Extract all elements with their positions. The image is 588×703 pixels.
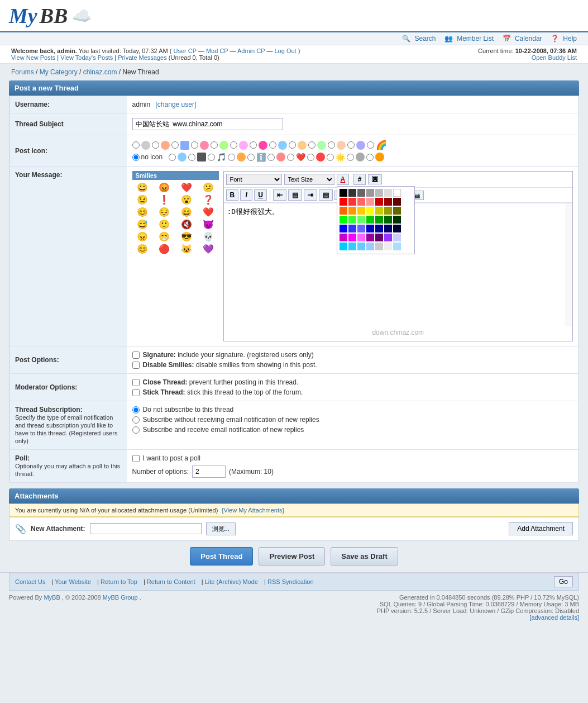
mod-cp-link[interactable]: Mod CP: [206, 48, 228, 54]
post-icon-radio-11[interactable]: [347, 141, 355, 149]
smiley-20[interactable]: 😊: [132, 244, 153, 254]
font-color-btn[interactable]: A: [337, 174, 350, 185]
italic-button[interactable]: I: [240, 189, 252, 201]
post-icon-radio-19[interactable]: [287, 154, 294, 161]
smiley-6[interactable]: 😮: [176, 194, 197, 205]
color-cell-o1[interactable]: [340, 207, 347, 215]
browse-button[interactable]: 浏览...: [206, 522, 236, 535]
image-button[interactable]: 🖼: [368, 174, 382, 184]
color-cell-o7[interactable]: [393, 207, 401, 215]
smiley-21[interactable]: 🔴: [154, 244, 175, 254]
stick-thread-checkbox[interactable]: [132, 389, 140, 396]
post-icon-radio-4[interactable]: [211, 141, 218, 149]
go-button[interactable]: Go: [554, 576, 573, 587]
add-attachment-button[interactable]: Add Attachment: [509, 522, 573, 535]
color-cell-p6[interactable]: [384, 234, 392, 241]
post-icon-radio-5[interactable]: [230, 141, 237, 149]
post-icon-radio-12[interactable]: [367, 141, 374, 149]
admin-cp-link[interactable]: Admin CP: [237, 48, 265, 54]
smiley-8[interactable]: 😊: [132, 207, 153, 217]
smiley-14[interactable]: 🔇: [176, 219, 197, 230]
post-icon-radio-15[interactable]: [208, 154, 215, 161]
smiley-18[interactable]: 😎: [176, 231, 197, 242]
lite-mode-link[interactable]: Lite (Archive) Mode: [205, 578, 258, 585]
text-size-select[interactable]: Text Size: [284, 174, 334, 185]
file-path-input[interactable]: [90, 523, 202, 534]
post-icon-radio-14[interactable]: [188, 154, 195, 161]
close-thread-checkbox[interactable]: [132, 379, 140, 386]
smiley-7[interactable]: ❓: [198, 194, 219, 205]
mybb-link[interactable]: MyBB: [44, 594, 60, 601]
smiley-0[interactable]: 😀: [132, 182, 153, 193]
post-icon-radio-18[interactable]: [267, 154, 275, 161]
mybb-group-link[interactable]: MyBB Group: [103, 594, 138, 601]
color-cell-p5[interactable]: [375, 234, 383, 241]
calendar-link[interactable]: Calendar: [515, 35, 542, 42]
post-icon-radio-6[interactable]: [250, 141, 257, 149]
rss-link[interactable]: RSS Syndication: [267, 578, 314, 585]
save-draft-button[interactable]: Save as Draft: [331, 547, 398, 566]
post-icon-radio-2[interactable]: [171, 141, 179, 149]
preview-post-button[interactable]: Preview Post: [259, 547, 325, 566]
color-cell-b3[interactable]: [357, 225, 365, 232]
thread-subject-input[interactable]: [132, 118, 283, 130]
smiley-10[interactable]: 😄: [176, 207, 197, 217]
help-link[interactable]: Help: [563, 35, 577, 42]
color-cell-lb2[interactable]: [348, 243, 356, 250]
disable-smilies-checkbox[interactable]: [132, 362, 140, 369]
memberlist-link[interactable]: Member List: [457, 35, 494, 42]
post-icon-radio-23[interactable]: [366, 154, 374, 161]
align-justify-button[interactable]: ▤: [319, 189, 333, 201]
color-cell-p4[interactable]: [366, 234, 374, 241]
color-cell-g3[interactable]: [357, 216, 365, 224]
color-cell-b4[interactable]: [366, 225, 374, 232]
subscription-radio-none[interactable]: [132, 406, 140, 414]
color-cell-p1[interactable]: [340, 234, 347, 241]
search-link[interactable]: Search: [414, 35, 436, 42]
post-icon-radio-9[interactable]: [308, 141, 315, 149]
smiley-2[interactable]: ❤️: [176, 182, 197, 193]
smiley-12[interactable]: 😅: [132, 219, 153, 230]
smiley-23[interactable]: 💜: [198, 244, 219, 254]
smiley-4[interactable]: 😉: [132, 194, 153, 205]
smiley-19[interactable]: 💀: [198, 231, 219, 242]
view-new-posts-link[interactable]: View New Posts: [11, 54, 55, 61]
post-icon-radio-17[interactable]: [247, 154, 255, 161]
color-cell-p2[interactable]: [348, 234, 356, 241]
smiley-3[interactable]: 😕: [198, 182, 219, 193]
breadcrumb-forums[interactable]: Forums: [11, 68, 34, 76]
color-cell-b2[interactable]: [348, 225, 356, 232]
return-to-content-link[interactable]: Return to Content: [147, 578, 195, 585]
color-cell-b6[interactable]: [384, 225, 392, 232]
advanced-details-link[interactable]: [advanced details]: [529, 614, 579, 621]
smiley-22[interactable]: 😺: [176, 244, 197, 254]
align-left-button[interactable]: ⇤: [273, 189, 286, 201]
color-cell-black2[interactable]: [348, 189, 356, 197]
bold-button[interactable]: B: [226, 189, 239, 201]
breadcrumb-category[interactable]: My Category: [40, 68, 78, 76]
color-cell-lb4[interactable]: [366, 243, 374, 250]
smiley-9[interactable]: 😔: [154, 207, 175, 217]
color-cell-lb3[interactable]: [357, 243, 365, 250]
want-poll-checkbox[interactable]: [132, 455, 140, 462]
logo[interactable]: MyBB☁️: [9, 3, 92, 28]
post-thread-button[interactable]: Post Thread: [190, 547, 253, 566]
post-icon-radio-22[interactable]: [347, 154, 354, 161]
color-cell-lb6[interactable]: [384, 243, 392, 250]
color-cell-g5[interactable]: [375, 216, 383, 224]
color-cell-g7[interactable]: [393, 216, 401, 224]
smiley-15[interactable]: 😈: [198, 219, 219, 230]
color-cell-o3[interactable]: [357, 207, 365, 215]
contact-us-link[interactable]: Contact Us: [15, 578, 45, 585]
post-icon-radio-8[interactable]: [289, 141, 296, 149]
color-cell-lb5[interactable]: [375, 243, 383, 250]
color-cell-black7[interactable]: [393, 189, 401, 197]
align-center-button[interactable]: ▤: [288, 189, 302, 201]
color-cell-g6[interactable]: [384, 216, 392, 224]
post-icon-radio-20[interactable]: [307, 154, 314, 161]
post-icon-radio-3[interactable]: [191, 141, 198, 149]
color-cell-b1[interactable]: [340, 225, 347, 232]
post-icon-radio-21[interactable]: [327, 154, 334, 161]
your-website-link[interactable]: Your Website: [55, 578, 91, 585]
color-cell-lb1[interactable]: [340, 243, 347, 250]
